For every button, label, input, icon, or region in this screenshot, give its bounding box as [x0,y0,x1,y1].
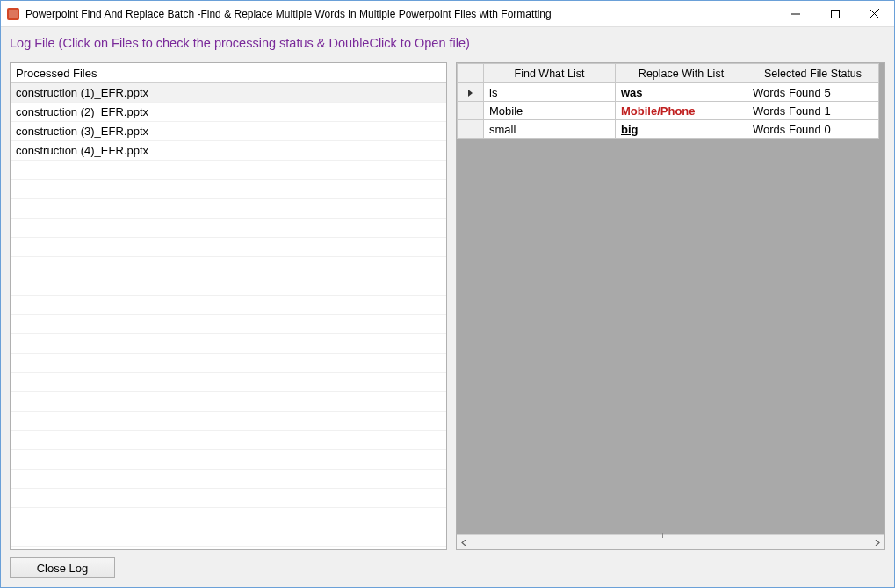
footer: Close Log [1,550,894,587]
file-row-empty[interactable] [11,373,446,392]
scroll-track[interactable] [472,535,870,549]
files-header-col2[interactable] [321,63,332,82]
app-icon [6,7,20,21]
status-cell[interactable]: Words Found 5 [747,83,879,102]
page-subtitle: Log File (Click on Files to check the pr… [1,27,894,54]
replace-row[interactable]: iswasWords Found 5 [458,83,879,102]
file-row-empty[interactable] [11,180,446,199]
file-row[interactable]: construction (3)_EFR.pptx [11,122,446,141]
file-row-empty[interactable] [11,199,446,219]
file-row-empty[interactable] [11,238,446,257]
file-row-empty[interactable] [11,354,446,373]
replace-cell[interactable]: big [616,120,747,139]
file-row-empty[interactable] [11,489,446,508]
right-panel: Find What List Replace With List Selecte… [456,62,885,550]
file-row-empty[interactable] [11,431,446,450]
horizontal-scrollbar[interactable] [457,534,884,549]
processed-files-grid[interactable]: Processed Files construction (1)_EFR.ppt… [10,62,447,550]
replace-header-find[interactable]: Find What List [484,64,616,83]
file-row-empty[interactable] [11,412,446,431]
file-row-empty[interactable] [11,470,446,489]
replace-grid[interactable]: Find What List Replace With List Selecte… [457,63,879,139]
replace-row[interactable]: smallbigWords Found 0 [458,120,879,139]
file-row-empty[interactable] [11,219,446,238]
find-cell[interactable]: small [484,120,616,139]
file-row-empty[interactable] [11,508,446,527]
file-name-cell: construction (3)_EFR.pptx [11,125,321,138]
scroll-tick [662,533,663,538]
file-row[interactable]: construction (1)_EFR.pptx [11,83,446,103]
status-cell[interactable]: Words Found 1 [747,102,879,120]
row-indicator[interactable] [458,102,484,120]
file-row-empty[interactable] [11,547,446,549]
file-row-empty[interactable] [11,276,446,296]
replace-cell[interactable]: was [616,83,747,102]
replace-header-status[interactable]: Selected File Status [747,64,879,83]
file-row-empty[interactable] [11,315,446,334]
window-controls [776,1,894,26]
file-name-cell: construction (2)_EFR.pptx [11,105,321,118]
row-indicator[interactable] [458,83,484,102]
file-row[interactable]: construction (4)_EFR.pptx [11,141,446,161]
replace-cell[interactable]: Mobile/Phone [616,102,747,120]
file-row-empty[interactable] [11,450,446,470]
file-name-cell: construction (4)_EFR.pptx [11,144,321,157]
replace-header-rowhead[interactable] [458,64,484,83]
file-row-empty[interactable] [11,334,446,354]
titlebar: Powerpoint Find And Replace Batch -Find … [1,1,894,27]
files-header-col1[interactable]: Processed Files [11,63,321,82]
files-rows-container: construction (1)_EFR.pptxconstruction (2… [11,83,446,549]
content-area: Processed Files construction (1)_EFR.ppt… [1,54,894,550]
replace-header-replace[interactable]: Replace With List [616,64,747,83]
file-name-cell: construction (1)_EFR.pptx [11,86,321,99]
window-title: Powerpoint Find And Replace Batch -Find … [25,8,776,20]
scroll-right-arrow[interactable] [870,535,884,550]
maximize-button[interactable] [815,1,855,26]
file-row-empty[interactable] [11,392,446,412]
close-button[interactable] [855,1,894,26]
file-row-empty[interactable] [11,161,446,180]
file-row[interactable]: construction (2)_EFR.pptx [11,103,446,122]
files-header: Processed Files [11,63,446,83]
active-row-arrow-icon [468,90,473,97]
app-window: Powerpoint Find And Replace Batch -Find … [0,0,895,588]
minimize-button[interactable] [776,1,815,26]
close-log-button[interactable]: Close Log [10,557,115,578]
left-panel: Processed Files construction (1)_EFR.ppt… [10,62,447,550]
svg-rect-3 [831,10,839,18]
replace-grid-wrap: Find What List Replace With List Selecte… [457,63,884,534]
file-row-empty[interactable] [11,257,446,276]
file-row-empty[interactable] [11,296,446,315]
svg-rect-1 [9,10,18,18]
row-indicator[interactable] [458,120,484,139]
scroll-left-arrow[interactable] [457,535,472,550]
find-cell[interactable]: Mobile [484,102,616,120]
status-cell[interactable]: Words Found 0 [747,120,879,139]
find-cell[interactable]: is [484,83,616,102]
file-row-empty[interactable] [11,527,446,547]
replace-row[interactable]: MobileMobile/PhoneWords Found 1 [458,102,879,120]
